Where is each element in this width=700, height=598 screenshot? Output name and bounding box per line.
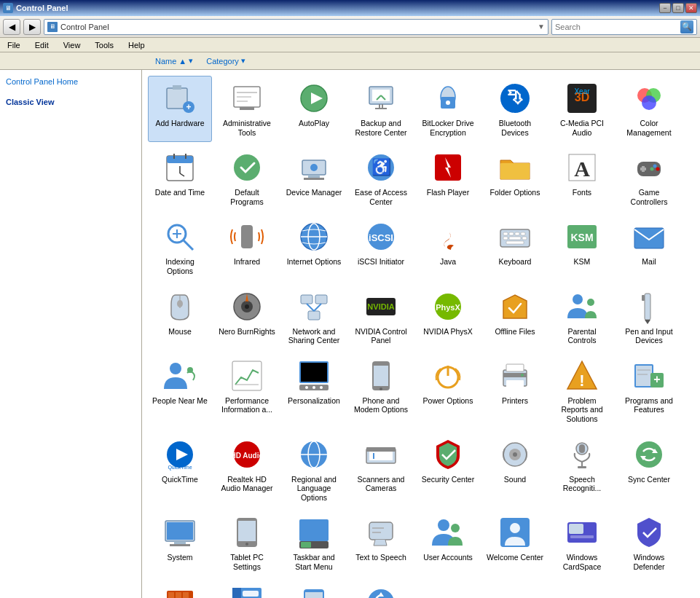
cp-item-bluetooth[interactable]: ⮷Bluetooth Devices (483, 76, 547, 142)
menu-tools[interactable]: Tools (90, 39, 118, 51)
svg-rect-157 (569, 524, 583, 534)
svg-text:Xear: Xear (574, 87, 590, 95)
cp-item-mouse[interactable]: Mouse (148, 284, 212, 350)
cmedia-icon: 3DXear (565, 81, 599, 116)
cp-item-indexing[interactable]: Indexing Options (148, 214, 212, 280)
cp-item-device-mgr[interactable]: Device Manager (282, 145, 346, 211)
cp-item-printers[interactable]: Printers (483, 353, 547, 429)
forward-button[interactable]: ▶ (23, 19, 41, 35)
cp-item-admin-tools[interactable]: Administrative Tools (215, 76, 279, 142)
sound-icon (498, 437, 532, 472)
cp-item-cardspace[interactable]: Windows CardSpace (550, 510, 614, 576)
cp-item-infrared[interactable]: Infrared (215, 214, 279, 280)
sort-category-button[interactable]: Category ▾ (202, 55, 249, 67)
cp-item-tablet-pc[interactable]: Tablet PC Settings (215, 510, 279, 576)
cp-item-internet-opts[interactable]: Internet Options (282, 214, 346, 280)
cp-item-nvidia-phys[interactable]: PhysXNVIDIA PhysX (416, 284, 480, 350)
cp-item-add-hardware[interactable]: +Add Hardware (148, 76, 212, 142)
svg-point-145 (245, 543, 248, 546)
search-input[interactable] (555, 23, 677, 31)
cp-item-network[interactable]: Network and Sharing Center (282, 284, 346, 350)
menu-view[interactable]: View (59, 39, 85, 51)
cp-item-phone-modem[interactable]: Phone and Modem Options (349, 353, 413, 429)
mail-label: Mail (642, 257, 656, 267)
menu-help[interactable]: Help (124, 39, 149, 51)
sidebar-home-link[interactable]: Control Panel Home (6, 76, 135, 87)
sort-name-label: Name (155, 57, 176, 66)
cp-item-parental[interactable]: Parental Controls (550, 284, 614, 350)
svg-text:NVIDIA: NVIDIA (367, 302, 394, 311)
welcome-label: Welcome Center (487, 553, 543, 562)
cp-item-performance[interactable]: Performance Information a... (215, 353, 279, 429)
search-bar[interactable]: 🔍 (551, 19, 697, 35)
svg-point-85 (587, 299, 594, 306)
cp-item-backup[interactable]: Backup and Restore Center (349, 76, 413, 142)
autoplay-label: AutoPlay (299, 119, 329, 128)
address-chevron-icon[interactable]: ▼ (538, 23, 545, 31)
cp-item-scanners[interactable]: Scanners and Cameras (349, 432, 413, 508)
sort-category-dropdown[interactable]: ▾ (241, 56, 245, 66)
cp-item-cmedia[interactable]: 3DXearC-Media PCI Audio (550, 76, 614, 142)
cp-item-sidebar-props[interactable]: Windows Sidebar Properties (215, 580, 279, 599)
close-button[interactable]: ✕ (685, 3, 697, 13)
problem-rpt-label: Problem Reports and Solutions (554, 396, 610, 424)
cp-item-programs[interactable]: +Programs and Features (617, 353, 681, 429)
maximize-button[interactable]: □ (672, 3, 684, 13)
back-button[interactable]: ◀ (3, 19, 20, 35)
cp-item-iscsi[interactable]: iSCSIiSCSI Initiator (349, 214, 413, 280)
cp-item-power[interactable]: Power Options (416, 353, 480, 429)
cp-item-taskbar[interactable]: Taskbar and Start Menu (282, 510, 346, 576)
cp-item-datetime[interactable]: Date and Time (148, 145, 212, 211)
sidebar-classic-link[interactable]: Classic View (6, 96, 135, 108)
cp-item-personalize[interactable]: Personalization (282, 353, 346, 429)
cp-item-flash[interactable]: Flash Player (416, 145, 480, 211)
cp-item-autoplay[interactable]: AutoPlay (282, 76, 346, 142)
sort-name-dropdown[interactable]: ▾ (189, 56, 193, 66)
cp-item-people-near[interactable]: People Near Me (148, 353, 212, 429)
search-button[interactable]: 🔍 (680, 20, 693, 34)
cp-item-welcome[interactable]: Welcome Center (483, 510, 547, 576)
cp-item-java[interactable]: Java (416, 214, 480, 280)
cp-item-realtek[interactable]: HD AudioRealtek HD Audio Manager (215, 432, 279, 508)
svg-rect-133 (579, 444, 585, 453)
cp-item-ksm[interactable]: KSMKSM (550, 214, 614, 280)
cp-item-firewall[interactable]: Windows Firewall (148, 580, 212, 599)
cp-item-user-accts[interactable]: User Accounts (416, 510, 480, 576)
cp-item-regional[interactable]: Regional and Language Options (282, 432, 346, 508)
cp-item-game-ctrl[interactable]: Game Controllers (617, 145, 681, 211)
sort-name-button[interactable]: Name ▲ ▾ (152, 55, 197, 67)
cp-item-sideshow[interactable]: Windows SideShow (282, 580, 346, 599)
cp-item-sound[interactable]: Sound (483, 432, 547, 508)
cp-item-text-speech[interactable]: Text to Speech (349, 510, 413, 576)
cp-item-default-programs[interactable]: Default Programs (215, 145, 279, 211)
menu-edit[interactable]: Edit (31, 39, 53, 51)
cp-item-problem-rpt[interactable]: !Problem Reports and Solutions (550, 353, 614, 429)
cp-item-nero[interactable]: Nero BurnRights (215, 284, 279, 350)
cp-item-offline[interactable]: Offline Files (483, 284, 547, 350)
cp-item-system[interactable]: System (148, 510, 212, 576)
minimize-button[interactable]: − (659, 3, 671, 13)
cp-item-defender[interactable]: Windows Defender (617, 510, 681, 576)
firewall-icon (162, 585, 197, 599)
title-bar-text: Control Panel (16, 4, 68, 12)
cp-item-sync-center[interactable]: Sync Center (617, 432, 681, 508)
cp-item-color-mgmt[interactable]: Color Management (617, 76, 681, 142)
address-bar[interactable]: 🖥 Control Panel ▼ (44, 19, 548, 35)
cp-item-speech[interactable]: Speech Recogniti... (550, 432, 614, 508)
cp-item-keyboard[interactable]: Keyboard (483, 214, 547, 280)
cp-item-nvidia-cp[interactable]: NVIDIANVIDIA Control Panel (349, 284, 413, 350)
cp-item-ease-access[interactable]: ♿Ease of Access Center (349, 145, 413, 211)
cp-item-fonts[interactable]: AFonts (550, 145, 614, 211)
folder-opts-icon (498, 150, 532, 185)
cp-item-pen-input[interactable]: Pen and Input Devices (617, 284, 681, 350)
cp-item-update[interactable]: Windows Update (349, 580, 413, 599)
svg-rect-106 (506, 380, 524, 389)
cp-item-mail[interactable]: Mail (617, 214, 681, 280)
offline-label: Offline Files (495, 327, 535, 337)
cp-item-folder-opts[interactable]: Folder Options (483, 145, 547, 211)
bitlocker-label: BitLocker Drive Encryption (420, 119, 476, 137)
menu-file[interactable]: File (3, 39, 25, 51)
cp-item-bitlocker[interactable]: BitLocker Drive Encryption (416, 76, 480, 142)
cp-item-quicktime[interactable]: QuickTimeQuickTime (148, 432, 212, 508)
cp-item-security[interactable]: Security Center (416, 432, 480, 508)
